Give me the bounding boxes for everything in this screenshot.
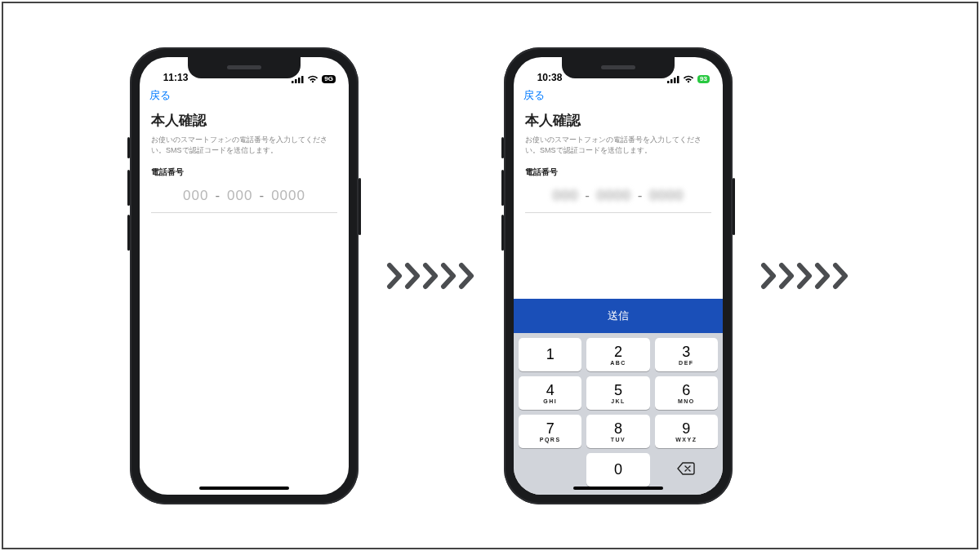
wifi-icon xyxy=(683,75,694,83)
phone-seg-3: 0000 xyxy=(271,188,305,204)
key-1[interactable]: 1 xyxy=(519,338,581,371)
page-title: 本人確認 xyxy=(525,111,711,130)
phone-seg-2: 0000 xyxy=(597,188,631,204)
home-indicator[interactable] xyxy=(199,487,289,490)
home-indicator[interactable] xyxy=(573,487,663,490)
canvas-frame: 11:13 9G 戻る 本人確認 お使いのスマートフォンの電話番号を入力して xyxy=(2,2,978,549)
phone-separator: - xyxy=(638,188,644,204)
phone-seg-2: 000 xyxy=(227,188,252,204)
key-7[interactable]: 7PQRS xyxy=(519,415,581,448)
key-9[interactable]: 9WXYZ xyxy=(655,415,718,448)
phone-field-label: 電話番号 xyxy=(525,167,711,178)
svg-rect-1 xyxy=(295,79,297,83)
stage: 11:13 9G 戻る 本人確認 お使いのスマートフォンの電話番号を入力して xyxy=(3,3,977,548)
backspace-key[interactable] xyxy=(655,453,718,487)
svg-rect-2 xyxy=(298,78,301,83)
battery-icon: 9G xyxy=(322,75,336,83)
svg-rect-7 xyxy=(677,76,679,83)
phone-separator: - xyxy=(215,188,220,204)
page-subtext: お使いのスマートフォンの電話番号を入力してください。SMSで認証コードを送信しま… xyxy=(525,135,711,156)
phone-field-label: 電話番号 xyxy=(151,167,337,178)
phone-number-input[interactable]: 000 - 000 - 0000 xyxy=(151,183,337,213)
key-5[interactable]: 5JKL xyxy=(586,376,649,410)
nav-back-link[interactable]: 戻る xyxy=(514,85,723,108)
phone-number-input[interactable]: 000 - 0000 - 0000 xyxy=(525,183,711,213)
page-title: 本人確認 xyxy=(151,111,337,130)
phone-seg-1: 000 xyxy=(553,188,578,204)
cellular-signal-icon xyxy=(667,75,679,83)
svg-rect-4 xyxy=(667,81,670,83)
phone-mock-left: 11:13 9G 戻る 本人確認 お使いのスマートフォンの電話番号を入力して xyxy=(130,47,359,504)
key-blank xyxy=(519,453,581,487)
battery-icon: 93 xyxy=(697,75,710,83)
screen-right: 10:38 93 戻る 本人確認 お使いのスマートフォンの電話番号を入力して xyxy=(514,57,723,495)
svg-rect-5 xyxy=(670,79,673,83)
svg-rect-6 xyxy=(674,78,676,83)
phone-seg-1: 000 xyxy=(183,188,208,204)
wifi-icon xyxy=(307,75,318,83)
notch xyxy=(562,57,675,78)
phone-separator: - xyxy=(585,188,590,204)
flow-arrows-1 xyxy=(386,262,476,290)
phone-mock-right: 10:38 93 戻る 本人確認 お使いのスマートフォンの電話番号を入力して xyxy=(504,47,733,504)
numeric-keypad: 1 2ABC 3DEF 4GHI 5JKL 6MNO 7PQRS 8TUV 9W… xyxy=(514,333,723,495)
key-8[interactable]: 8TUV xyxy=(586,415,649,448)
phone-separator: - xyxy=(259,188,265,204)
key-4[interactable]: 4GHI xyxy=(519,376,581,410)
nav-back-link[interactable]: 戻る xyxy=(140,85,349,108)
page-subtext: お使いのスマートフォンの電話番号を入力してください。SMSで認証コードを送信しま… xyxy=(151,135,337,156)
phone-seg-3: 0000 xyxy=(649,188,684,204)
backspace-icon xyxy=(677,460,695,479)
notch xyxy=(188,57,301,78)
key-3[interactable]: 3DEF xyxy=(655,338,718,371)
submit-button[interactable]: 送信 xyxy=(514,299,723,333)
key-0[interactable]: 0 xyxy=(586,453,649,487)
key-6[interactable]: 6MNO xyxy=(655,376,718,410)
key-2[interactable]: 2ABC xyxy=(586,338,649,371)
svg-rect-3 xyxy=(301,76,304,83)
svg-rect-0 xyxy=(292,81,294,83)
screen-left: 11:13 9G 戻る 本人確認 お使いのスマートフォンの電話番号を入力して xyxy=(140,57,349,495)
flow-arrows-2 xyxy=(760,262,850,290)
